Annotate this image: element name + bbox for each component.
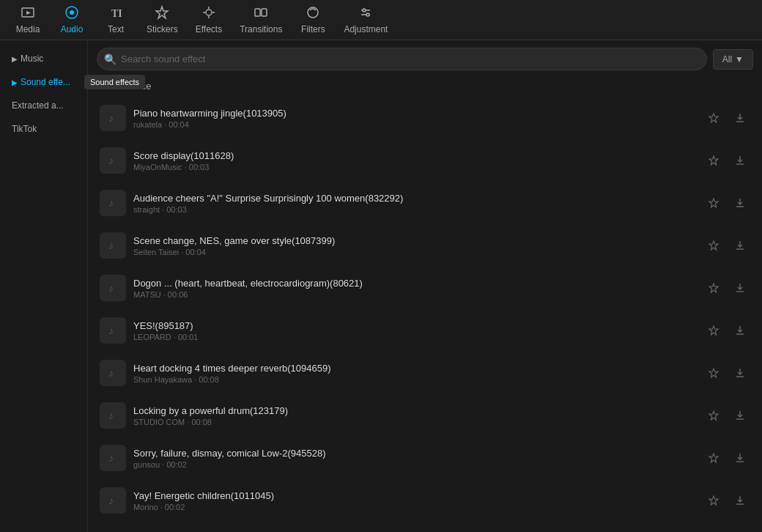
sound-list-item[interactable]: ♪Dogon ... (heart, heartbeat, electrocar… bbox=[94, 267, 756, 309]
nav-icon-adjustment bbox=[358, 5, 373, 22]
svg-rect-11 bbox=[255, 9, 260, 16]
nav-icon-text: TI bbox=[108, 5, 123, 22]
svg-text:♪: ♪ bbox=[108, 410, 114, 421]
sidebar-label-tiktok: TikTok bbox=[12, 124, 37, 134]
svg-marker-55 bbox=[709, 496, 718, 505]
download-button[interactable] bbox=[730, 448, 750, 468]
nav-label-stickers: Stickers bbox=[147, 24, 178, 34]
favorite-button[interactable] bbox=[703, 193, 724, 213]
download-button[interactable] bbox=[730, 150, 750, 171]
svg-text:♪: ♪ bbox=[108, 155, 114, 166]
svg-marker-51 bbox=[709, 454, 718, 462]
download-button[interactable] bbox=[730, 193, 750, 213]
download-button[interactable] bbox=[730, 320, 750, 341]
sound-list-item[interactable]: ♪Heart docking 4 times deeper reverb(109… bbox=[94, 352, 756, 394]
nav-item-media[interactable]: Media bbox=[6, 1, 50, 39]
sound-actions bbox=[703, 108, 750, 128]
sound-title: Scene change, NES, game over style(10873… bbox=[133, 235, 703, 246]
sound-list-item[interactable]: ♪Piano heartwarming jingle(1013905)rukat… bbox=[94, 97, 756, 138]
sound-info: Piano heartwarming jingle(1013905)rukate… bbox=[133, 108, 703, 129]
download-button[interactable] bbox=[730, 405, 750, 426]
svg-marker-43 bbox=[709, 369, 718, 377]
sound-list-item[interactable]: ♪Sorry, failure, dismay, comical Low-2(9… bbox=[94, 437, 756, 479]
sidebar-item-music[interactable]: ▶ Music bbox=[3, 48, 84, 70]
sound-actions bbox=[703, 235, 750, 256]
sound-thumb: ♪ bbox=[100, 445, 126, 471]
sound-list-item[interactable]: ♪Scene change, NES, game over style(1087… bbox=[94, 225, 756, 266]
search-input[interactable] bbox=[97, 48, 707, 70]
favorite-button[interactable] bbox=[703, 108, 724, 128]
sound-title: Dogon ... (heart, heartbeat, electrocard… bbox=[133, 278, 703, 289]
favorite-button[interactable] bbox=[703, 150, 724, 171]
sidebar-item-tiktok[interactable]: TikTok bbox=[3, 118, 84, 140]
download-button[interactable] bbox=[730, 235, 750, 256]
svg-marker-23 bbox=[709, 156, 718, 165]
sound-actions bbox=[703, 320, 750, 341]
download-button[interactable] bbox=[730, 363, 750, 383]
sidebar-arrow-sound-effects: ▶ bbox=[12, 78, 18, 86]
sound-info: Locking by a powerful drum(123179)STUDIO… bbox=[133, 405, 703, 426]
favorite-button[interactable] bbox=[703, 405, 724, 426]
nav-item-text[interactable]: TI Text bbox=[94, 1, 138, 39]
favorite-button[interactable] bbox=[703, 320, 724, 341]
nav-icon-filters bbox=[306, 5, 320, 22]
nav-label-transitions: Transitions bbox=[240, 24, 282, 34]
favorite-button[interactable] bbox=[703, 490, 724, 511]
sound-list-item[interactable]: ♪YES!(895187)LEOPARD · 00:01 bbox=[94, 310, 756, 351]
svg-marker-19 bbox=[709, 114, 718, 122]
nav-item-effects[interactable]: Effects bbox=[187, 1, 231, 39]
sound-meta: rukatela · 00:04 bbox=[133, 120, 703, 129]
sound-thumb: ♪ bbox=[100, 360, 126, 386]
nav-item-adjustment[interactable]: Adjustment bbox=[335, 1, 396, 39]
download-button[interactable] bbox=[730, 108, 750, 128]
svg-marker-35 bbox=[709, 284, 718, 292]
sound-list-item[interactable]: ♪Yay! Energetic children(1011045)Morino … bbox=[94, 480, 756, 521]
sound-title: Sorry, failure, dismay, comical Low-2(94… bbox=[133, 448, 703, 459]
sound-actions bbox=[703, 448, 750, 468]
favorite-button[interactable] bbox=[703, 363, 724, 383]
nav-label-adjustment: Adjustment bbox=[344, 24, 388, 34]
sound-title: Heart docking 4 times deeper reverb(1094… bbox=[133, 363, 703, 374]
favorite-button[interactable] bbox=[703, 278, 724, 298]
sound-list-item[interactable]: ♪Audience cheers "A!" Surprise Surprisin… bbox=[94, 182, 756, 223]
sound-title: Audience cheers "A!" Surprise Surprising… bbox=[133, 193, 703, 204]
sound-list-item[interactable]: ♪Score display(1011628)MiyaOnMusic · 00:… bbox=[94, 140, 756, 181]
sidebar-label-music: Music bbox=[21, 53, 43, 64]
svg-text:♪: ♪ bbox=[108, 282, 114, 294]
search-input-wrap: 🔍 bbox=[97, 48, 707, 70]
nav-icon-stickers bbox=[155, 5, 169, 22]
favorite-button[interactable] bbox=[703, 448, 724, 468]
nav-label-audio: Audio bbox=[61, 24, 84, 34]
nav-item-stickers[interactable]: Stickers bbox=[138, 1, 187, 39]
content-area: 🔍 All ▼ Performance ♪Piano heartwarming … bbox=[88, 40, 762, 532]
svg-text:♪: ♪ bbox=[108, 325, 114, 336]
nav-item-filters[interactable]: Filters bbox=[291, 1, 335, 39]
sound-list-item[interactable]: ♪Locking by a powerful drum(123179)STUDI… bbox=[94, 395, 756, 436]
filter-button[interactable]: All ▼ bbox=[713, 49, 753, 70]
svg-point-16 bbox=[363, 9, 366, 12]
sound-meta: straight · 00:03 bbox=[133, 205, 703, 214]
svg-marker-39 bbox=[709, 326, 718, 335]
sound-meta: Seiten Taisei · 00:04 bbox=[133, 248, 703, 256]
download-button[interactable] bbox=[730, 490, 750, 511]
nav-item-transitions[interactable]: Transitions bbox=[231, 1, 291, 39]
nav-label-effects: Effects bbox=[196, 24, 222, 34]
nav-icon-effects bbox=[201, 5, 216, 22]
sidebar-label-sound-effects: Sound effe... bbox=[21, 77, 70, 87]
sound-meta: Shun Hayakawa · 00:08 bbox=[133, 375, 703, 384]
filter-icon: ▼ bbox=[735, 54, 744, 64]
favorite-button[interactable] bbox=[703, 235, 724, 256]
sound-actions bbox=[703, 193, 750, 213]
sidebar-item-sound-effects[interactable]: ▶ Sound effe...Sound effects bbox=[3, 71, 84, 93]
sound-info: Heart docking 4 times deeper reverb(1094… bbox=[133, 363, 703, 384]
sidebar-item-extracted[interactable]: Extracted a... bbox=[3, 95, 84, 117]
sound-list: ♪Piano heartwarming jingle(1013905)rukat… bbox=[88, 97, 762, 532]
svg-text:♪: ♪ bbox=[108, 240, 114, 251]
sound-info: Dogon ... (heart, heartbeat, electrocard… bbox=[133, 278, 703, 299]
download-button[interactable] bbox=[730, 278, 750, 298]
sidebar-arrow-music: ▶ bbox=[12, 55, 18, 63]
sound-thumb: ♪ bbox=[100, 105, 126, 131]
nav-item-audio[interactable]: Audio bbox=[50, 1, 94, 39]
svg-marker-5 bbox=[156, 7, 168, 18]
svg-text:♪: ♪ bbox=[108, 452, 114, 464]
